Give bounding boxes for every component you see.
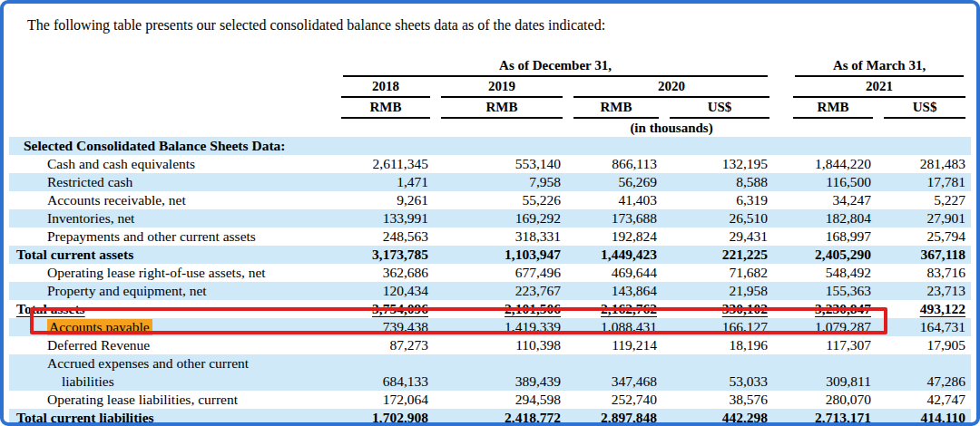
cell-value: 294,598 xyxy=(436,391,568,409)
cell-value: 26,510 xyxy=(664,209,775,228)
cell-value: 27,901 xyxy=(878,209,971,228)
cell-value: 1,449,423 xyxy=(568,246,664,264)
cell-value: 133,991 xyxy=(336,209,436,228)
cell-value: 110,398 xyxy=(436,336,568,354)
cell-value: 2,897,848 xyxy=(568,409,664,426)
table-row: Accounts receivable, net 9,261 55,226 41… xyxy=(9,191,971,209)
row-label: Accounts receivable, net xyxy=(47,192,186,208)
cell-value: 23,713 xyxy=(878,282,971,300)
cell-value: 17,781 xyxy=(878,173,971,191)
row-label: Property and equipment, net xyxy=(47,283,207,298)
currency-header-row: RMB RMB RMB US$ RMB US$ xyxy=(9,98,971,119)
cell-value: 42,747 xyxy=(878,391,971,409)
row-label: Prepayments and other current assets xyxy=(47,228,256,244)
cell-value: 2,405,290 xyxy=(788,246,878,264)
group-header-december: As of December 31, xyxy=(336,56,775,77)
row-label: Restricted cash xyxy=(47,174,132,189)
cell-value: 9,261 xyxy=(336,191,436,209)
cell-value: 143,864 xyxy=(568,282,664,300)
cell-value: 116,500 xyxy=(788,173,878,191)
cell-value: 41,403 xyxy=(568,191,664,209)
group-header-row: As of December 31, As of March 31, xyxy=(9,56,971,77)
table-row: Property and equipment, net 120,434 223,… xyxy=(9,282,971,300)
cell-value: 55,226 xyxy=(436,191,568,209)
cell-value: 182,804 xyxy=(788,209,878,228)
cell-value: 56,269 xyxy=(568,173,664,191)
cell-value: 2,713,171 xyxy=(788,409,878,426)
cell-value: 21,958 xyxy=(664,282,775,300)
cell-value: 362,686 xyxy=(336,264,436,282)
row-label: Operating lease right-of-use assets, net xyxy=(47,265,266,280)
cell-value: 6,319 xyxy=(664,191,775,209)
row-label: Total current liabilities xyxy=(16,410,154,425)
cell-value: 469,644 xyxy=(568,264,664,282)
cell-value: 2,418,772 xyxy=(436,409,568,426)
cell-value: 7,958 xyxy=(436,173,568,191)
cell-value: 34,247 xyxy=(788,191,878,209)
cell-value: 1,471 xyxy=(336,173,436,191)
cell-value: 2,162,762 xyxy=(601,301,657,316)
cell-value: 1,702,908 xyxy=(336,409,436,426)
table-row-accounts-payable: Accounts payable 739,438 1,419,339 1,088… xyxy=(9,318,971,336)
cell-value: 221,225 xyxy=(664,246,775,264)
cell-value: 223,767 xyxy=(436,282,568,300)
cell-value: 8,588 xyxy=(664,173,775,191)
year-2021: 2021 xyxy=(788,77,971,98)
cell-value: 367,118 xyxy=(878,246,971,264)
highlighted-row-label: Accounts payable xyxy=(47,319,152,335)
cell-value: 169,292 xyxy=(436,209,568,228)
cell-value: 173,688 xyxy=(568,209,664,228)
cell-value: 168,997 xyxy=(788,228,878,246)
section-title-row: Selected Consolidated Balance Sheets Dat… xyxy=(9,137,971,155)
currency-header: RMB xyxy=(568,98,664,119)
table-row: Cash and cash equivalents 2,611,345 553,… xyxy=(9,155,971,173)
cell-value: 2,611,345 xyxy=(336,155,436,173)
year-2019: 2019 xyxy=(436,77,568,98)
currency-header: US$ xyxy=(664,98,775,119)
cell-value: 1,103,947 xyxy=(436,246,568,264)
cell-value: 47,286 xyxy=(878,354,971,391)
currency-header: RMB xyxy=(788,98,878,119)
cell-value: 119,214 xyxy=(568,336,664,354)
cell-value: 318,331 xyxy=(436,228,568,246)
cell-value: 309,811 xyxy=(788,354,878,391)
cell-value: 29,431 xyxy=(664,228,775,246)
balance-sheet-table-wrapper: As of December 31, As of March 31, 2018 … xyxy=(9,56,971,426)
table-row: Accrued expenses and other current liabi… xyxy=(9,354,971,391)
section-title: Selected Consolidated Balance Sheets Dat… xyxy=(16,138,285,153)
row-label: Operating lease liabilities, current xyxy=(47,392,238,407)
cell-value: 117,307 xyxy=(788,336,878,354)
table-row-total-assets: Total assets 3,754,096 2,101,506 2,162,7… xyxy=(9,300,971,318)
cell-value: 83,716 xyxy=(878,264,971,282)
row-label: Accrued expenses and other current liabi… xyxy=(47,354,296,391)
cell-value: 347,468 xyxy=(568,354,664,391)
units-row: (in thousands) xyxy=(9,119,971,137)
cell-value: 2,101,506 xyxy=(505,301,561,316)
cell-value: 172,064 xyxy=(336,391,436,409)
row-label: Total assets xyxy=(16,301,85,316)
row-label: Cash and cash equivalents xyxy=(47,156,195,171)
cell-value: 866,113 xyxy=(568,155,664,173)
currency-header: RMB xyxy=(336,98,436,119)
cell-value: 192,824 xyxy=(568,228,664,246)
cell-value: 71,682 xyxy=(664,264,775,282)
table-row: Operating lease liabilities, current 172… xyxy=(9,391,971,409)
table-row: Deferred Revenue 87,273 110,398 119,214 … xyxy=(9,336,971,354)
group-header-march: As of March 31, xyxy=(788,56,971,77)
cell-value: 330,102 xyxy=(722,301,768,316)
table-row: Prepayments and other current assets 248… xyxy=(9,228,971,246)
cell-value: 120,434 xyxy=(336,282,436,300)
cell-value: 414,110 xyxy=(878,409,971,426)
cell-value: 493,122 xyxy=(920,301,965,316)
cell-value: 5,227 xyxy=(878,191,971,209)
cell-value: 1,419,339 xyxy=(436,318,568,336)
cell-value: 18,196 xyxy=(664,336,775,354)
table-row: Inventories, net 133,991 169,292 173,688… xyxy=(9,209,971,228)
row-label: Total current assets xyxy=(16,247,133,262)
table-row-total-current-assets: Total current assets 3,173,785 1,103,947… xyxy=(9,246,971,264)
cell-value: 739,438 xyxy=(336,318,436,336)
cell-value: 38,576 xyxy=(664,391,775,409)
cell-value: 3,173,785 xyxy=(336,246,436,264)
cell-value: 3,230,847 xyxy=(815,301,871,316)
row-label: Inventories, net xyxy=(47,210,134,226)
